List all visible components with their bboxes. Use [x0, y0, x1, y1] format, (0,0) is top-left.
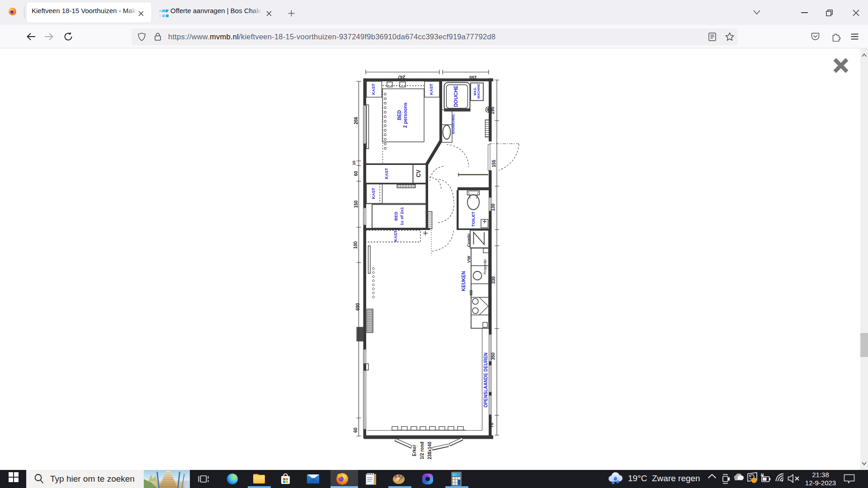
svg-text:BED: BED	[396, 110, 402, 120]
svg-text:100: 100	[353, 241, 358, 249]
svg-text:150: 150	[354, 200, 359, 208]
svg-text:70: 70	[489, 422, 494, 428]
svg-text:KEUKEN: KEUKEN	[461, 271, 466, 291]
svg-text:OPENSLAANDE DEUREN: OPENSLAANDE DEUREN	[483, 352, 488, 408]
svg-text:60: 60	[353, 427, 358, 433]
svg-text:238x140: 238x140	[427, 441, 432, 459]
svg-text:247: 247	[397, 75, 405, 80]
svg-text:DOUCHE: DOUCHE	[453, 85, 458, 107]
svg-text:KAST: KAST	[371, 84, 376, 95]
svg-text:1x of 2x1: 1x of 2x1	[399, 206, 404, 225]
svg-text:130: 130	[491, 203, 495, 211]
svg-text:VW: VW	[466, 256, 471, 263]
svg-text:WAS-: WAS-	[473, 87, 476, 95]
svg-text:350: 350	[491, 352, 495, 360]
svg-text:155: 155	[469, 75, 477, 80]
svg-text:2 persoons: 2 persoons	[402, 103, 408, 128]
svg-text:TOILET: TOILET	[471, 211, 476, 227]
svg-text:10: 10	[352, 160, 356, 165]
svg-text:266: 266	[354, 117, 359, 124]
svg-text:Combi: Combi	[466, 234, 471, 247]
svg-text:BED: BED	[393, 211, 398, 221]
svg-text:330: 330	[491, 276, 496, 284]
svg-text:MACHINE: MACHINE	[477, 84, 480, 99]
svg-text:KAST: KAST	[384, 168, 389, 179]
svg-text:CV: CV	[415, 170, 422, 178]
svg-text:Erker: Erker	[412, 445, 417, 456]
svg-text:KAST: KAST	[429, 84, 434, 95]
svg-text:195: 195	[490, 107, 495, 114]
svg-text:1/2 rond: 1/2 rond	[420, 442, 425, 460]
svg-text:60: 60	[354, 171, 359, 176]
svg-text:Rolgordijn: Rolgordijn	[483, 259, 487, 274]
svg-text:BADMEUBEL: BADMEUBEL	[452, 113, 455, 134]
svg-text:690: 690	[355, 303, 360, 310]
svg-text:KAST: KAST	[393, 230, 398, 242]
svg-text:155: 155	[491, 160, 496, 167]
svg-text:KAST: KAST	[371, 188, 376, 199]
